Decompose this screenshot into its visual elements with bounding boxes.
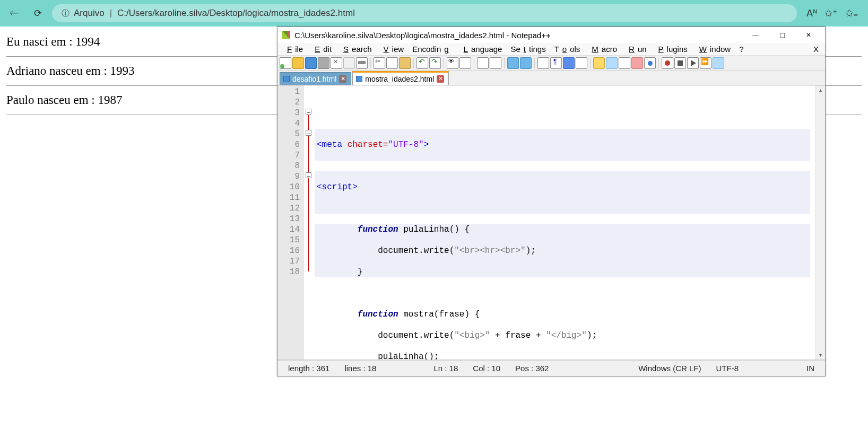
vertical-scrollbar[interactable]: ▴ ▾ xyxy=(815,85,825,359)
address-bar[interactable]: ⓘ Arquivo | C:/Users/karoline.silva/Desk… xyxy=(52,4,797,22)
read-aloud-icon[interactable]: Aᴺ xyxy=(806,7,817,19)
status-bar: length : 361 lines : 18 Ln : 18 Col : 10… xyxy=(277,360,825,376)
folder-workspace-icon[interactable] xyxy=(631,57,643,69)
doc-list-icon[interactable] xyxy=(619,57,630,69)
menu-run[interactable]: Run xyxy=(622,45,650,54)
menu-language[interactable]: Language xyxy=(457,45,506,54)
menu-encoding[interactable]: Encoding xyxy=(409,45,455,54)
save-all-icon[interactable] xyxy=(318,57,329,69)
close-file-icon[interactable] xyxy=(331,57,342,69)
tab-desafio1[interactable]: desafio1.html ✕ xyxy=(280,72,351,85)
doc-map-icon[interactable] xyxy=(606,57,618,69)
scroll-down-icon[interactable]: ▾ xyxy=(818,352,823,358)
show-chars-icon[interactable] xyxy=(550,57,562,69)
toolbar-separator xyxy=(504,58,505,68)
favorites-icon[interactable]: ✩₌ xyxy=(845,7,858,19)
refresh-button[interactable]: ⟳ xyxy=(29,5,47,21)
tab-close-icon[interactable]: ✕ xyxy=(437,75,444,83)
status-lines: lines : 18 xyxy=(337,364,384,373)
editor-area[interactable]: 12 34 56 78 910 1112 1314 1516 1718 <met… xyxy=(277,85,825,360)
menu-window[interactable]: Window xyxy=(693,45,734,54)
status-col: Col : 10 xyxy=(465,364,508,373)
status-length: length : 361 xyxy=(281,364,337,373)
menu-edit[interactable]: Edit xyxy=(308,45,335,54)
browser-right-controls: Aᴺ ✩⁺ ✩₌ xyxy=(802,7,863,19)
replace-icon[interactable] xyxy=(459,57,471,69)
fold-toggle-icon[interactable] xyxy=(306,130,311,136)
zoom-in-icon[interactable] xyxy=(477,57,489,69)
find-icon[interactable] xyxy=(447,57,458,69)
url-path: C:/Users/karoline.silva/Desktop/logica/m… xyxy=(117,8,355,19)
tab-close-icon[interactable]: ✕ xyxy=(339,75,346,83)
info-icon: ⓘ xyxy=(62,8,70,19)
save-icon[interactable] xyxy=(305,57,317,69)
toolbar-separator xyxy=(534,58,535,68)
wrap-icon[interactable] xyxy=(537,57,549,69)
line-number-gutter: 12 34 56 78 910 1112 1314 1516 1718 xyxy=(277,85,304,359)
zoom-out-icon[interactable] xyxy=(490,57,501,69)
tab-save-icon xyxy=(283,76,290,82)
new-file-icon[interactable] xyxy=(280,57,291,69)
print-icon[interactable] xyxy=(356,57,368,69)
fold-toggle-icon[interactable] xyxy=(306,109,311,115)
tab-label: mostra_idades2.html xyxy=(365,75,434,83)
menu-file[interactable]: File xyxy=(281,45,306,54)
toolbar-separator xyxy=(370,58,371,68)
tab-save-icon xyxy=(356,76,362,82)
cut-icon[interactable] xyxy=(374,57,385,69)
status-ln: Ln : 18 xyxy=(426,364,465,373)
sync-h-icon[interactable] xyxy=(520,57,532,69)
maximize-button[interactable]: ▢ xyxy=(770,28,794,42)
close-all-icon[interactable] xyxy=(343,57,355,69)
add-favorite-icon[interactable]: ✩⁺ xyxy=(824,7,838,19)
code-view[interactable]: <meta charset="UTF-8"> <script> function… xyxy=(315,85,815,359)
toolbar-separator xyxy=(590,58,591,68)
redo-icon[interactable] xyxy=(429,57,441,69)
fold-column[interactable] xyxy=(304,85,315,359)
save-macro-icon[interactable] xyxy=(713,57,724,69)
url-scheme-label: Arquivo xyxy=(74,8,105,19)
record-macro-icon[interactable] xyxy=(662,57,673,69)
tab-mostra-idades2[interactable]: mostra_idades2.html ✕ xyxy=(352,71,449,85)
menu-macro[interactable]: Macro xyxy=(585,45,620,54)
menu-tools[interactable]: Tools xyxy=(551,45,584,54)
open-file-icon[interactable] xyxy=(292,57,304,69)
sync-v-icon[interactable] xyxy=(507,57,519,69)
paste-icon[interactable] xyxy=(399,57,411,69)
browser-toolbar: 🡐 ⟳ ⓘ Arquivo | C:/Users/karoline.silva/… xyxy=(0,0,868,27)
toolbar-separator xyxy=(444,58,444,68)
fold-toggle-icon[interactable] xyxy=(306,172,311,178)
url-separator: | xyxy=(110,8,112,19)
minimize-button[interactable]: — xyxy=(743,28,768,42)
status-pos: Pos : 362 xyxy=(508,364,556,373)
tab-bar: desafio1.html ✕ mostra_idades2.html ✕ xyxy=(277,71,825,85)
back-button[interactable]: 🡐 xyxy=(5,5,23,21)
monitor-icon[interactable] xyxy=(644,57,656,69)
status-encoding[interactable]: UTF-8 xyxy=(709,364,747,373)
tab-label: desafio1.html xyxy=(292,75,336,83)
toolbar-separator xyxy=(658,58,659,68)
menu-close-doc[interactable]: X xyxy=(810,45,822,54)
status-eol[interactable]: Windows (CR LF) xyxy=(631,364,708,373)
scroll-up-icon[interactable]: ▴ xyxy=(818,87,823,93)
menu-help[interactable]: ? xyxy=(736,45,747,54)
window-titlebar[interactable]: C:\Users\karoline.silva\Desktop\logica\m… xyxy=(277,27,825,43)
play-macro-icon[interactable] xyxy=(687,57,699,69)
menu-bar: File Edit Search View Encoding Language … xyxy=(277,43,825,56)
toolbar-separator xyxy=(474,58,474,68)
menu-settings[interactable]: Settings xyxy=(507,45,549,54)
udl-icon[interactable] xyxy=(576,57,587,69)
indent-guide-icon[interactable] xyxy=(563,57,575,69)
window-title: C:\Users\karoline.silva\Desktop\logica\m… xyxy=(294,31,551,40)
stop-macro-icon[interactable] xyxy=(674,57,686,69)
undo-icon[interactable] xyxy=(416,57,428,69)
copy-icon[interactable] xyxy=(386,57,398,69)
toolbar-separator xyxy=(413,58,414,68)
play-multi-icon[interactable] xyxy=(700,57,711,69)
menu-plugins[interactable]: Plugins xyxy=(652,45,691,54)
close-window-button[interactable]: ✕ xyxy=(796,28,821,42)
menu-view[interactable]: View xyxy=(377,45,407,54)
status-insert-mode[interactable]: IN xyxy=(799,364,822,373)
menu-search[interactable]: Search xyxy=(337,45,375,54)
function-list-icon[interactable] xyxy=(593,57,605,69)
